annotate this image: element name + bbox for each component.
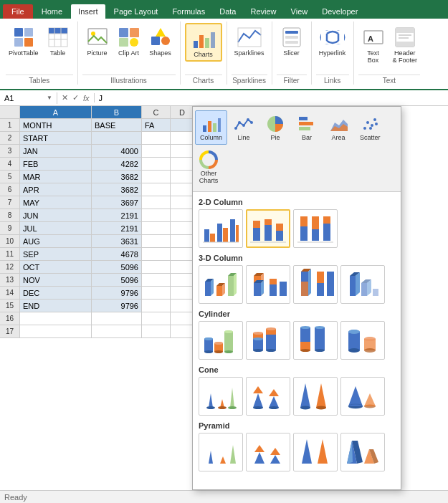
table-cell[interactable]: JAN <box>20 145 92 158</box>
table-cell[interactable]: MONTH <box>20 119 92 132</box>
chart-item-cone-4[interactable] <box>340 377 385 416</box>
table-cell[interactable] <box>171 248 194 261</box>
col-header-d[interactable]: D <box>171 106 194 118</box>
chart-item-2d-stacked[interactable] <box>246 209 290 248</box>
table-cell[interactable] <box>171 222 194 235</box>
table-cell[interactable]: AUG <box>20 235 92 248</box>
cell-ref-dropdown[interactable]: ▼ <box>47 95 52 101</box>
table-cell[interactable] <box>142 145 171 158</box>
tab-page-layout[interactable]: Page Layout <box>107 4 166 19</box>
chart-type-line[interactable]: Line <box>229 110 259 145</box>
table-cell[interactable]: 4678 <box>92 248 142 261</box>
table-cell[interactable]: FEB <box>20 158 92 171</box>
chart-type-column[interactable]: Column <box>195 110 227 145</box>
table-cell[interactable] <box>142 158 171 171</box>
chart-type-scatter[interactable]: Scatter <box>355 110 386 145</box>
table-cell[interactable]: NOV <box>20 274 92 287</box>
formula-fx-icon[interactable]: fx <box>82 94 91 102</box>
formula-cancel-icon[interactable]: ✕ <box>60 93 70 102</box>
tab-insert[interactable]: Insert <box>71 4 105 19</box>
table-cell[interactable] <box>142 261 171 274</box>
chart-item-2d-clustered[interactable] <box>199 209 243 248</box>
sparklines-button[interactable]: Sparklines <box>232 23 267 59</box>
table-cell[interactable] <box>171 196 194 209</box>
table-cell[interactable]: 3682 <box>92 183 142 196</box>
tab-formulas[interactable]: Formulas <box>165 4 212 19</box>
table-cell[interactable]: 2191 <box>92 209 142 222</box>
chart-panel-body[interactable]: 2-D Column <box>193 192 401 503</box>
table-cell[interactable]: MAY <box>20 196 92 209</box>
chart-item-3d-clustered[interactable] <box>199 265 243 304</box>
table-cell[interactable] <box>142 287 171 300</box>
table-cell[interactable] <box>171 132 194 145</box>
table-cell[interactable] <box>171 325 194 338</box>
table-cell[interactable] <box>142 235 171 248</box>
table-cell[interactable] <box>142 183 171 196</box>
charts-button[interactable]: Charts <box>185 23 222 62</box>
table-cell[interactable] <box>171 312 194 325</box>
table-cell[interactable]: END <box>20 300 92 312</box>
tab-home[interactable]: Home <box>34 4 70 19</box>
chart-item-cone-1[interactable] <box>199 377 243 416</box>
clip-art-button[interactable]: Clip Art <box>114 23 144 59</box>
table-cell[interactable]: BASE <box>92 119 142 132</box>
table-cell[interactable] <box>92 325 142 338</box>
col-header-c[interactable]: C <box>142 106 171 118</box>
table-cell[interactable]: 3682 <box>92 171 142 183</box>
table-cell[interactable] <box>171 145 194 158</box>
table-cell[interactable] <box>92 312 142 325</box>
chart-item-pyr-3[interactable] <box>293 433 338 471</box>
table-cell[interactable]: START <box>20 132 92 145</box>
formula-confirm-icon[interactable]: ✓ <box>71 93 80 102</box>
chart-item-3d-col[interactable] <box>340 265 385 304</box>
tab-file[interactable]: File <box>3 4 33 19</box>
table-cell[interactable] <box>142 248 171 261</box>
chart-type-pie[interactable]: Pie <box>260 110 290 145</box>
chart-item-3d-stacked[interactable] <box>246 265 290 304</box>
tab-data[interactable]: Data <box>212 4 243 19</box>
chart-item-2d-100stacked[interactable] <box>293 209 338 248</box>
table-cell[interactable] <box>20 312 92 325</box>
table-cell[interactable] <box>92 132 142 145</box>
chart-item-cyl-1[interactable] <box>199 321 243 360</box>
table-cell[interactable] <box>171 158 194 171</box>
table-cell[interactable] <box>142 312 171 325</box>
header-footer-button[interactable]: Header& Footer <box>390 23 421 66</box>
tab-review[interactable]: Review <box>243 4 283 19</box>
chart-item-cone-3[interactable] <box>293 377 338 416</box>
table-cell[interactable] <box>171 209 194 222</box>
pivot-table-button[interactable]: PivotTable <box>6 23 42 59</box>
chart-type-area[interactable]: Area <box>323 110 353 145</box>
table-cell[interactable] <box>171 183 194 196</box>
cell-reference[interactable]: A1 ▼ <box>0 92 57 104</box>
table-cell[interactable]: APR <box>20 183 92 196</box>
chart-item-cyl-2[interactable] <box>246 321 290 360</box>
col-header-b[interactable]: B <box>92 106 142 118</box>
table-cell[interactable]: 5096 <box>92 261 142 274</box>
chart-item-cyl-3[interactable] <box>293 321 338 360</box>
slicer-button[interactable]: Slicer <box>277 23 307 59</box>
table-cell[interactable] <box>171 261 194 274</box>
table-cell[interactable]: 4000 <box>92 145 142 158</box>
chart-item-cyl-4[interactable] <box>340 321 385 360</box>
table-cell[interactable] <box>171 235 194 248</box>
table-cell[interactable]: 9796 <box>92 287 142 300</box>
table-cell[interactable]: OCT <box>20 261 92 274</box>
chart-item-pyr-1[interactable] <box>199 433 243 471</box>
chart-item-3d-100stacked[interactable] <box>293 265 338 304</box>
table-cell[interactable] <box>142 171 171 183</box>
table-cell[interactable]: JUL <box>20 222 92 235</box>
formula-input[interactable] <box>95 92 448 104</box>
table-cell[interactable] <box>142 222 171 235</box>
table-cell[interactable]: 9796 <box>92 300 142 312</box>
table-cell[interactable]: 2191 <box>92 222 142 235</box>
chart-item-pyr-2[interactable] <box>246 433 290 471</box>
chart-item-cone-2[interactable] <box>246 377 290 416</box>
table-cell[interactable]: 4282 <box>92 158 142 171</box>
table-cell[interactable] <box>171 119 194 132</box>
table-cell[interactable] <box>142 132 171 145</box>
picture-button[interactable]: Picture <box>82 23 113 59</box>
table-cell[interactable]: 5096 <box>92 274 142 287</box>
table-cell[interactable] <box>142 325 171 338</box>
chart-type-bar[interactable]: Bar <box>292 110 322 145</box>
